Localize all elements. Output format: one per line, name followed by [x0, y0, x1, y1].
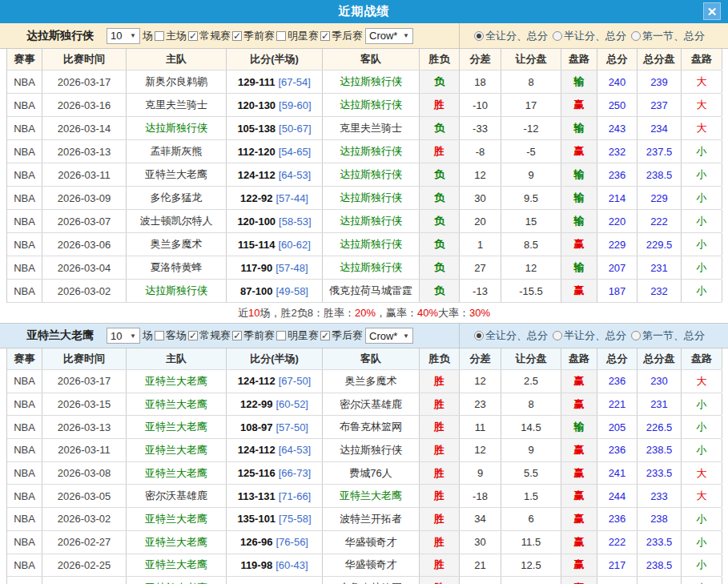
checkbox-checked-icon[interactable]: ✓: [188, 331, 198, 340]
league-cell: NBA: [7, 393, 42, 416]
home-team-cell: 达拉斯独行侠: [127, 280, 227, 302]
table-row: NBA2026-03-15亚特兰大老鹰122-99[60-52]密尔沃基雄鹿胜2…: [7, 393, 722, 417]
half-score: [60-62]: [278, 239, 310, 251]
date-cell: 2026-03-06: [42, 233, 127, 256]
final-score: 115-114: [238, 239, 275, 251]
table-row: NBA2026-03-07波士顿凯尔特人120-100[58-53]达拉斯独行侠…: [7, 210, 722, 233]
final-score: 135-101: [237, 513, 276, 525]
checkbox-unchecked-icon[interactable]: [276, 331, 286, 340]
table-row: NBA2026-03-14达拉斯独行侠105-138[50-67]克里夫兰骑士负…: [7, 117, 722, 140]
total-cell: 241: [597, 462, 638, 485]
column-header: 主队: [127, 49, 227, 70]
column-header: 比赛时间: [42, 49, 127, 70]
diff-cell: 23: [460, 393, 501, 416]
diff-cell: 21: [460, 554, 501, 577]
total-cell: 229: [597, 233, 638, 256]
total-cell: 236: [597, 508, 638, 530]
handicap-cell: 8: [501, 393, 561, 416]
table-row: NBA2026-03-11亚特兰大老鹰124-112[64-53]达拉斯独行侠负…: [7, 163, 722, 187]
handicap-cell: 8.5: [501, 233, 561, 256]
half-score: [64-53]: [279, 444, 311, 456]
away-team-cell: 密尔沃基雄鹿: [323, 393, 420, 416]
games-count-select[interactable]: 10 ▼: [107, 28, 140, 44]
over-under-cell: 小: [682, 163, 722, 186]
result-cell: 胜: [420, 554, 460, 577]
league-cell: NBA: [7, 140, 42, 163]
filter-checkbox-item: 明星赛: [276, 328, 320, 343]
radio-selected-icon[interactable]: [474, 31, 484, 41]
away-team-cell: 达拉斯独行侠: [323, 70, 420, 93]
radio-label: 第一节、总分: [642, 29, 705, 43]
filter-checkbox-item: ✓季前赛: [231, 328, 276, 343]
half-score: [66-73]: [279, 467, 311, 479]
score-cell: 124-112[64-53]: [227, 163, 323, 186]
final-score: 119-98: [240, 559, 272, 571]
league-cell: NBA: [7, 94, 42, 116]
final-score: 124-112: [238, 169, 276, 181]
diff-cell: 11: [460, 416, 501, 438]
result-cell: 胜: [420, 140, 460, 163]
total-line-cell: 238.5: [638, 163, 682, 186]
checkbox-unchecked-icon[interactable]: [155, 31, 164, 41]
dialog-title: 近期战绩: [339, 4, 390, 19]
filter-checkbox-item: ✓季后赛: [320, 29, 364, 43]
odds-source-select[interactable]: Crow* ▼: [365, 328, 413, 344]
total-line-cell: 229.5: [638, 577, 682, 584]
radio-unselected-icon[interactable]: [631, 331, 641, 340]
score-cell: 119-98[60-43]: [227, 554, 323, 577]
score-cell: 120-130[59-60]: [227, 94, 323, 116]
checkbox-checked-icon[interactable]: ✓: [320, 331, 330, 340]
home-team-cell: 亚特兰大老鹰: [127, 554, 227, 577]
final-score: 122-92: [240, 192, 272, 204]
checkbox-label: 主场: [166, 29, 187, 43]
divider: [459, 324, 460, 348]
checkbox-unchecked-icon[interactable]: [276, 31, 286, 41]
checkbox-checked-icon[interactable]: ✓: [320, 31, 330, 41]
date-cell: 2026-03-14: [42, 117, 127, 139]
handicap-result-cell: 输: [561, 256, 597, 279]
away-team-cell: 波特兰开拓者: [323, 508, 420, 530]
odds-source-select[interactable]: Crow* ▼: [365, 28, 413, 44]
radio-unselected-icon[interactable]: [553, 331, 562, 340]
away-team-cell: 奥兰多魔术: [323, 370, 420, 393]
checkbox-checked-icon[interactable]: ✓: [232, 31, 242, 41]
away-team-cell: 华盛顿奇才: [323, 531, 420, 554]
total-line-cell: 222: [638, 210, 682, 232]
league-cell: NBA: [7, 416, 42, 438]
chevron-down-icon: ▼: [403, 32, 409, 39]
final-score: 124-112: [238, 375, 276, 387]
half-score: [50-67]: [279, 123, 311, 135]
final-score: 122-99: [240, 398, 272, 410]
away-team-cell: 费城76人: [323, 462, 420, 485]
handicap-cell: 1.5: [501, 485, 561, 507]
checkbox-checked-icon[interactable]: ✓: [232, 331, 242, 340]
total-cell: 243: [597, 117, 638, 139]
score-cell: 124-112[64-53]: [227, 439, 323, 461]
handicap-result-cell: 输: [561, 70, 597, 93]
radio-unselected-icon[interactable]: [631, 31, 641, 41]
diff-cell: 9: [460, 462, 501, 485]
total-cell: 222: [597, 531, 638, 554]
total-line-cell: 231: [638, 256, 682, 279]
away-team-cell: 华盛顿奇才: [323, 554, 420, 577]
handicap-result-cell: 赢: [561, 393, 597, 416]
league-cell: NBA: [7, 370, 42, 393]
table-row: NBA2026-02-25亚特兰大老鹰119-98[60-43]华盛顿奇才胜21…: [7, 554, 722, 578]
radio-unselected-icon[interactable]: [553, 31, 562, 41]
date-cell: 2026-03-11: [42, 439, 127, 461]
checkbox-checked-icon[interactable]: ✓: [188, 31, 198, 41]
radio-selected-icon[interactable]: [474, 331, 484, 340]
date-cell: 2026-03-02: [42, 280, 127, 302]
checkbox-unchecked-icon[interactable]: [155, 331, 164, 340]
total-line-cell: 238.5: [638, 554, 682, 577]
league-cell: NBA: [7, 256, 42, 279]
total-line-cell: 233.5: [638, 531, 682, 554]
score-cell: 87-100[49-58]: [227, 280, 323, 302]
handicap-result-cell: 赢: [561, 370, 597, 393]
close-button[interactable]: ✕: [703, 2, 721, 20]
filter-checkbox-group: 客场✓常规赛✓季前赛明星赛✓季后赛: [154, 328, 364, 343]
half-score: [67-50]: [279, 375, 311, 387]
games-count-select[interactable]: 10 ▼: [107, 328, 140, 344]
radio-label: 第一节、总分: [642, 328, 705, 343]
half-score: [59-60]: [279, 99, 311, 111]
